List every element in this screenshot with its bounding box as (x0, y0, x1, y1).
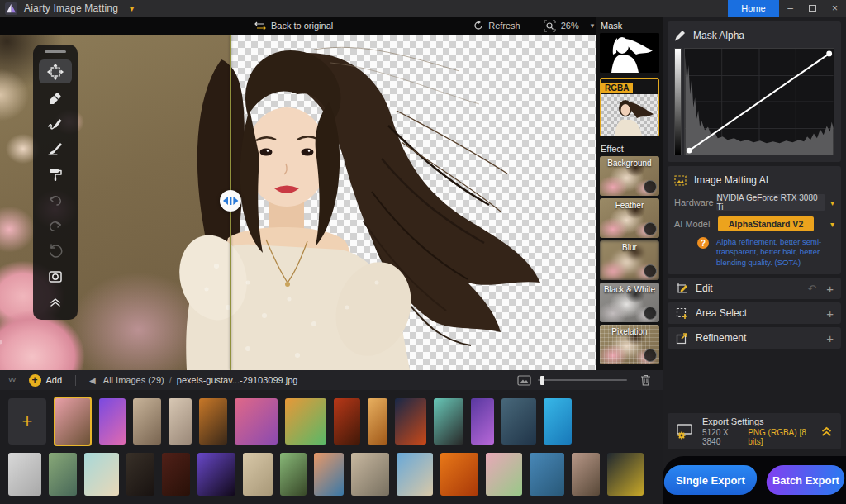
slider-handle[interactable] (540, 376, 544, 385)
thumbnail-face-closeup[interactable] (314, 453, 344, 496)
thumbnail-lake-woman[interactable] (49, 453, 77, 496)
app-menu-chevron-icon[interactable]: ▾ (130, 4, 134, 13)
thumbnail-curly-hair-green[interactable] (280, 453, 307, 496)
refresh-button[interactable]: Refresh (473, 21, 520, 31)
matting-ai-icon (674, 175, 687, 186)
close-button[interactable]: × (824, 0, 846, 17)
thumbnail-golden-hair-woman[interactable] (368, 398, 387, 445)
thumbnail-gray-minimal[interactable] (8, 453, 41, 496)
thumbnail-flying-car-sunset[interactable] (235, 398, 278, 445)
thumbnail-purple-flowers-black[interactable] (197, 453, 235, 496)
thumbnail-flowers-woman-current[interactable] (54, 397, 92, 446)
effect-thumb-pixelation[interactable]: Pixelation (600, 325, 659, 364)
thumbnail-street-scene[interactable] (169, 398, 192, 445)
thumbnail-bride-veil[interactable] (572, 453, 600, 496)
hardware-dropdown[interactable]: NVIDIA GeForce RTX 3080 Ti (716, 194, 825, 211)
effect-knob[interactable] (644, 349, 657, 362)
thumbnail-sunset-orange[interactable] (440, 453, 478, 496)
image-canvas[interactable] (0, 35, 596, 370)
thumbnail-street-building[interactable] (243, 453, 273, 496)
back-to-original-button[interactable]: Back to original (254, 21, 333, 31)
ai-model-dropdown[interactable]: AlphaStandard V2 (718, 216, 814, 231)
thumbnail-stairs-dark-red[interactable] (162, 453, 190, 496)
alpha-pen-icon (674, 30, 686, 41)
swap-arrows-icon (254, 21, 266, 31)
reset-button[interactable] (39, 239, 72, 263)
export-collapse-icon[interactable] (820, 426, 833, 437)
brush-tool-button[interactable] (39, 136, 72, 160)
effect-thumb-feather[interactable]: Feather (600, 198, 659, 238)
thumbnail-water-glass[interactable] (530, 453, 564, 496)
thumbnail-dark-flatlay[interactable] (607, 453, 644, 496)
thumbnail-colorful-fan[interactable] (285, 398, 326, 445)
undo-button[interactable] (39, 188, 72, 212)
maximize-button[interactable] (801, 0, 824, 17)
palette-drag-handle[interactable] (45, 50, 66, 53)
compare-split-handle[interactable] (220, 190, 241, 212)
thumbnail-blonde-woman-teal[interactable] (84, 453, 119, 496)
back-to-original-label: Back to original (271, 21, 333, 31)
breadcrumb-all-images[interactable]: All Images (29) (103, 375, 164, 385)
eraser-tool-button[interactable] (39, 85, 72, 109)
thumbnail-red-figure[interactable] (334, 398, 360, 445)
ai-model-chevron-icon[interactable]: ▾ (830, 220, 834, 229)
thumbnail-purple-dancer[interactable] (471, 398, 494, 445)
thumbnail-blue-hat-woman[interactable] (544, 398, 572, 445)
transform-tool-button[interactable] (39, 59, 72, 83)
redo-button[interactable] (39, 213, 72, 237)
hardware-label: Hardware (674, 197, 716, 207)
canvas-toolbar: Back to original Refresh 26% ▾ (0, 17, 596, 35)
thumbnail-night-street[interactable] (395, 398, 426, 445)
delete-image-icon[interactable] (640, 374, 651, 386)
help-icon[interactable]: ? (697, 237, 709, 249)
back-to-all-icon[interactable]: ◀ (89, 376, 96, 385)
export-settings-icon (676, 423, 694, 440)
redo-icon (47, 217, 64, 234)
area-select-expand-icon[interactable]: + (826, 307, 834, 321)
alpha-histogram[interactable] (684, 48, 834, 155)
browser-collapse-icon[interactable]: ˅˅ (8, 376, 16, 384)
thumbnail-purple-abstract-leaves[interactable] (99, 398, 126, 445)
thumbnail-dark-man-portrait[interactable] (126, 453, 154, 496)
thumbnail-curly-hair-teal[interactable] (434, 398, 463, 445)
zoom-control[interactable]: 26% ▾ (544, 20, 595, 32)
marquee-tool-button[interactable] (39, 264, 72, 288)
zoom-chevron-icon[interactable]: ▾ (591, 21, 595, 30)
thumbnail-mountains-moon[interactable] (501, 398, 536, 445)
effect-knob[interactable] (644, 222, 657, 235)
effect-knob[interactable] (644, 180, 657, 193)
rgba-thumbnail-selected[interactable]: RGBA (600, 78, 659, 136)
batch-export-button[interactable]: Batch Export (764, 465, 846, 495)
effect-thumb-black-white[interactable]: Black & White (600, 283, 659, 322)
single-export-button[interactable]: Single Export (662, 465, 758, 495)
hardware-chevron-icon[interactable]: ▾ (830, 198, 834, 207)
edit-expand-icon[interactable]: + (826, 282, 834, 296)
effect-knob[interactable] (644, 307, 657, 320)
ai-model-label: AI Model (674, 219, 718, 229)
thumbnail-beach-woman-blue[interactable] (397, 453, 433, 496)
thumbnail-size-slider[interactable] (538, 376, 627, 385)
refinement-expand-icon[interactable]: + (826, 331, 834, 345)
home-button[interactable]: Home (728, 0, 779, 17)
collapse-palette-button[interactable] (39, 290, 72, 314)
edit-section[interactable]: Edit ↶ + (668, 278, 841, 299)
area-select-section[interactable]: Area Select + (668, 302, 841, 324)
thumbnail-person-warm-light[interactable] (199, 398, 227, 445)
refresh-label: Refresh (488, 21, 520, 31)
export-settings-panel[interactable]: Export Settings 5120 X 3840 PNG (RGBA) [… (668, 413, 841, 449)
add-image-icon[interactable]: + (29, 374, 41, 387)
add-image-label[interactable]: Add (46, 375, 63, 385)
effect-knob[interactable] (644, 264, 657, 278)
thumbnail-statue[interactable] (351, 453, 389, 496)
refinement-section[interactable]: Refinement + (668, 327, 841, 349)
minimize-button[interactable]: – (779, 0, 801, 17)
add-image-tile[interactable]: + (8, 398, 46, 445)
pencil-tool-button[interactable] (39, 111, 72, 135)
thumbnail-pink-flowers[interactable] (486, 453, 522, 496)
effect-thumb-blur[interactable]: Blur (600, 240, 659, 280)
thumbnail-woman-portrait-vintage[interactable] (133, 398, 161, 445)
mask-thumbnail[interactable] (600, 33, 659, 73)
edit-undo-icon[interactable]: ↶ (807, 283, 816, 295)
roller-tool-button[interactable] (39, 162, 72, 186)
effect-thumb-background[interactable]: Background (600, 156, 659, 196)
